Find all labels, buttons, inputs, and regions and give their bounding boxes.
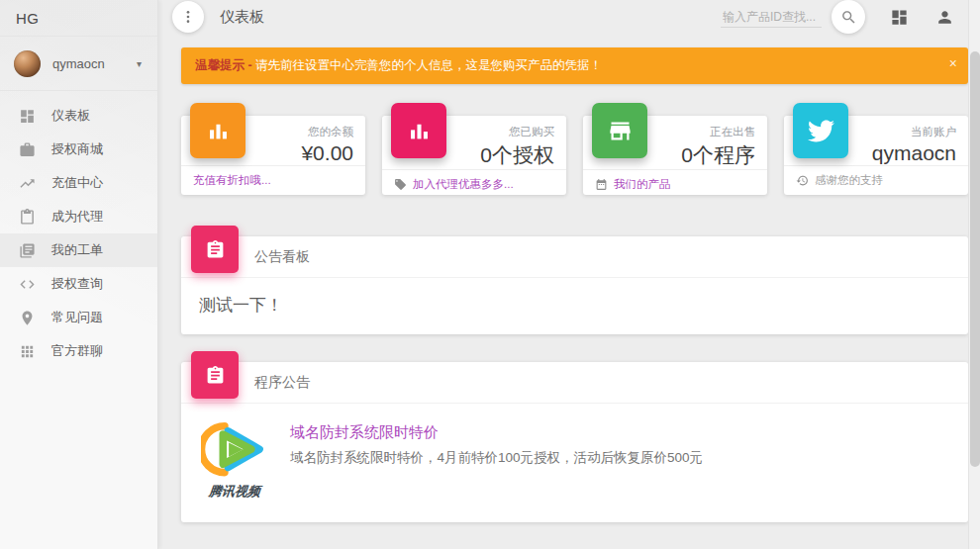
stat-cards: 您的余额 ¥0.00 充值有折扣哦... 您已购买 0个授权 bbox=[181, 116, 968, 195]
stat-footer-link[interactable]: 充值有折扣哦... bbox=[181, 165, 365, 195]
announcement-item: 腾讯视频 域名防封系统限时特价 域名防封系统限时特价，4月前特价100元授权，活… bbox=[181, 404, 968, 522]
chevron-down-icon[interactable]: ▾ bbox=[137, 58, 144, 69]
program-announcements-panel: 程序公告 腾讯视频 域名防封系统限时特价 域名防封系统限时特价，4月前特 bbox=[181, 362, 968, 522]
close-icon[interactable]: × bbox=[949, 56, 957, 70]
content: 温馨提示 - 请先前往设置中心完善您的个人信息，这是您购买产品的凭据！ × 您的… bbox=[158, 34, 980, 549]
tencent-video-logo: 腾讯视频 bbox=[199, 419, 270, 501]
briefcase-icon bbox=[18, 140, 36, 158]
app-logo: HG bbox=[0, 0, 157, 37]
announcement-board-panel: 公告看板 测试一下！ bbox=[181, 236, 968, 334]
bar-chart-icon bbox=[190, 103, 245, 158]
sidebar-item-label: 充值中心 bbox=[51, 174, 103, 192]
twitter-icon bbox=[793, 103, 848, 158]
sidebar-item-become-agent[interactable]: 成为代理 bbox=[0, 200, 157, 233]
calendar-icon bbox=[595, 178, 608, 191]
code-icon bbox=[18, 275, 36, 293]
avatar[interactable] bbox=[14, 50, 41, 77]
sidebar-item-my-tickets[interactable]: 我的工单 bbox=[0, 233, 157, 267]
sidebar-item-label: 成为代理 bbox=[51, 208, 103, 226]
sidebar-item-auth-store[interactable]: 授权商城 bbox=[0, 133, 157, 166]
sidebar-toggle-button[interactable] bbox=[172, 1, 204, 33]
tag-icon bbox=[394, 178, 407, 191]
stat-label: 当前账户 bbox=[859, 125, 956, 139]
history-icon bbox=[796, 174, 809, 187]
sidebar-menu: 仪表板 授权商城 充值中心 成为代理 我的工单 授权查询 bbox=[0, 91, 157, 368]
stat-value: qymaocn bbox=[859, 141, 956, 165]
bar-chart-icon bbox=[391, 103, 446, 158]
stat-footer-label: 加入代理优惠多多... bbox=[413, 177, 514, 192]
app-root: HG qymaocn ▾ 仪表板 授权商城 充值中心 成为代理 bbox=[0, 0, 980, 549]
announcement-text: 域名防封系统限时特价 域名防封系统限时特价，4月前特价100元授权，活动后恢复原… bbox=[290, 419, 703, 467]
stat-card-purchased: 您已购买 0个授权 加入代理优惠多多... bbox=[382, 116, 566, 195]
storefront-icon bbox=[592, 103, 647, 158]
stat-footer-link[interactable]: 加入代理优惠多多... bbox=[382, 169, 566, 199]
panel-title: 公告看板 bbox=[181, 236, 968, 278]
sidebar-item-faq[interactable]: 常见问题 bbox=[0, 301, 157, 334]
dashboard-icon bbox=[18, 107, 36, 125]
user-menu[interactable]: qymaocn ▾ bbox=[0, 37, 157, 91]
stat-footer-label: 充值有折扣哦... bbox=[193, 173, 271, 188]
username: qymaocn bbox=[52, 56, 137, 71]
clipboard-icon bbox=[18, 208, 36, 226]
sidebar-item-recharge[interactable]: 充值中心 bbox=[0, 166, 157, 200]
sidebar-item-label: 官方群聊 bbox=[51, 342, 103, 360]
account-button[interactable] bbox=[932, 5, 956, 29]
stat-value: 0个授权 bbox=[457, 141, 554, 169]
topbar: 仪表板 bbox=[158, 0, 980, 34]
search-button[interactable] bbox=[832, 0, 865, 34]
clipboard-note-icon bbox=[191, 351, 239, 399]
stat-footer-link[interactable]: 感谢您的支持 bbox=[784, 165, 968, 195]
search-icon bbox=[840, 9, 857, 26]
stat-value: 0个程序 bbox=[658, 141, 755, 169]
sidebar-item-label: 授权查询 bbox=[51, 275, 103, 293]
page-title: 仪表板 bbox=[220, 8, 264, 27]
alert-prefix: 温馨提示 - bbox=[195, 58, 252, 72]
more-vert-icon bbox=[180, 9, 196, 25]
stat-card-account: 当前账户 qymaocn 感谢您的支持 bbox=[784, 116, 968, 195]
scrollbar[interactable] bbox=[968, 0, 980, 549]
sidebar-item-label: 常见问题 bbox=[51, 309, 103, 326]
stat-footer-label: 感谢您的支持 bbox=[815, 173, 883, 188]
apps-grid-icon bbox=[18, 342, 36, 360]
alert-message: 请先前往设置中心完善您的个人信息，这是您购买产品的凭据！ bbox=[252, 58, 602, 72]
sidebar-item-auth-query[interactable]: 授权查询 bbox=[0, 267, 157, 301]
alert-banner: 温馨提示 - 请先前往设置中心完善您的个人信息，这是您购买产品的凭据！ × bbox=[181, 47, 968, 84]
sidebar-item-official-group[interactable]: 官方群聊 bbox=[0, 334, 157, 368]
stat-card-balance: 您的余额 ¥0.00 充值有折扣哦... bbox=[181, 116, 365, 195]
panel-title: 程序公告 bbox=[181, 362, 968, 404]
stat-label: 正在出售 bbox=[658, 125, 755, 139]
logo-caption: 腾讯视频 bbox=[198, 483, 271, 501]
stat-card-selling: 正在出售 0个程序 我们的产品 bbox=[583, 116, 767, 195]
announcement-title-link[interactable]: 域名防封系统限时特价 bbox=[290, 423, 703, 442]
scrollbar-thumb[interactable] bbox=[970, 51, 980, 467]
stat-footer-label: 我们的产品 bbox=[614, 177, 671, 192]
sidebar-item-label: 仪表板 bbox=[51, 107, 90, 125]
ledger-icon bbox=[18, 241, 36, 259]
grid-icon bbox=[890, 8, 909, 27]
search-input[interactable] bbox=[721, 7, 822, 28]
person-icon bbox=[935, 8, 954, 27]
apps-button[interactable] bbox=[887, 5, 911, 29]
stat-label: 您的余额 bbox=[256, 125, 353, 139]
pin-icon bbox=[18, 309, 36, 326]
announcement-description: 域名防封系统限时特价，4月前特价100元授权，活动后恢复原价500元 bbox=[290, 449, 703, 467]
sidebar-item-label: 我的工单 bbox=[51, 241, 103, 259]
trending-up-icon bbox=[18, 174, 36, 192]
stat-footer-link[interactable]: 我们的产品 bbox=[583, 169, 767, 199]
clipboard-note-icon bbox=[191, 226, 239, 273]
main-area: 仪表板 温馨提示 - 请先前往设置中心完善您的个人信息，这是您购买产品的凭据！ … bbox=[158, 0, 980, 549]
stat-value: ¥0.00 bbox=[256, 141, 353, 165]
sidebar-item-dashboard[interactable]: 仪表板 bbox=[0, 99, 157, 133]
stat-label: 您已购买 bbox=[457, 125, 554, 139]
sidebar-item-label: 授权商城 bbox=[51, 140, 103, 158]
board-content: 测试一下！ bbox=[181, 278, 968, 334]
sidebar: HG qymaocn ▾ 仪表板 授权商城 充值中心 成为代理 bbox=[0, 0, 158, 549]
